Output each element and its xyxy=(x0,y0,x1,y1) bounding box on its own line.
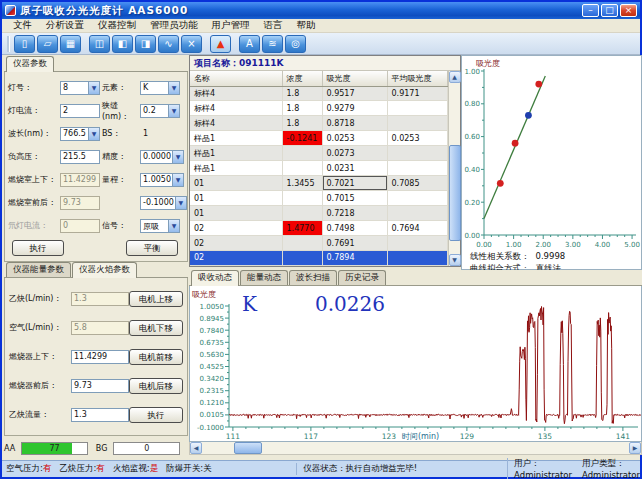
table-row[interactable]: 标样41.80.95170.9171 xyxy=(190,86,447,101)
column-header[interactable]: 平均吸光度 xyxy=(387,71,447,86)
lamp-select-icon[interactable]: ◫ xyxy=(89,35,110,53)
table-row[interactable]: 样品10.0273 xyxy=(190,146,447,161)
scrollbar-thumb[interactable] xyxy=(449,145,461,241)
param-label: 燃烧室前后： xyxy=(8,197,60,208)
new-file-icon[interactable]: ▯ xyxy=(14,35,35,53)
tab-energy-dynamics[interactable]: 能量动态 xyxy=(240,270,288,285)
param-field-1-0[interactable]: 8▼ xyxy=(60,81,100,95)
scroll-left-icon[interactable]: ◀ xyxy=(190,442,202,454)
ignite-flame-icon[interactable]: ▲ xyxy=(210,35,231,53)
cell-name: 02 xyxy=(190,221,282,236)
balance-button[interactable]: 平衡 xyxy=(126,240,178,256)
table-row[interactable]: 样品10.0231 xyxy=(190,161,447,176)
column-header[interactable]: 吸光度 xyxy=(322,71,387,86)
menu-user-management[interactable]: 用户管理 xyxy=(205,19,257,32)
open-file-icon[interactable]: ▱ xyxy=(37,35,58,53)
svg-text:1.00: 1.00 xyxy=(464,68,480,76)
table-row[interactable]: 020.7691 xyxy=(190,236,447,251)
scrollbar-thumb[interactable] xyxy=(234,442,262,454)
close-icon[interactable]: × xyxy=(620,4,637,17)
flame-field-3[interactable]: 9.73 xyxy=(71,379,129,393)
svg-text:0.4525: 0.4525 xyxy=(200,363,225,371)
maximize-icon[interactable]: □ xyxy=(601,4,618,17)
dropdown-arrow-icon[interactable]: ▼ xyxy=(88,82,99,94)
status-flag: 火焰监视:是 xyxy=(113,463,158,475)
motor-up-button[interactable]: 电机上移 xyxy=(129,291,183,307)
menu-admin-functions[interactable]: 管理员功能 xyxy=(143,19,205,32)
flame-field-4[interactable]: 1.3 xyxy=(71,408,129,422)
menu-language[interactable]: 语言 xyxy=(257,19,290,32)
peak-scan-icon[interactable]: ∿ xyxy=(158,35,179,53)
menu-analysis-settings[interactable]: 分析设置 xyxy=(39,19,91,32)
burner-icon[interactable]: ≋ xyxy=(262,35,283,53)
instrument-status-label: 仪器状态： xyxy=(303,463,346,473)
table-row[interactable]: 样品1-0.12410.02530.0253 xyxy=(190,131,447,146)
svg-text:1.00: 1.00 xyxy=(506,241,522,249)
param-field-1-2[interactable]: 766.5▼ xyxy=(60,127,100,141)
tab-flame-params[interactable]: 仪器火焰参数 xyxy=(72,262,137,278)
dropdown-arrow-icon[interactable]: ▼ xyxy=(168,82,179,94)
param-field-2-6[interactable]: 原吸▼ xyxy=(140,219,180,233)
scroll-right-icon[interactable]: ▶ xyxy=(629,442,641,454)
instrument-param-row: 燃烧室上下：11.4299量程：1.0050▼ xyxy=(8,168,184,191)
auto-gain-icon[interactable]: × xyxy=(181,35,202,53)
param-field-2-0[interactable]: K▼ xyxy=(140,81,180,95)
param-field-2-5[interactable]: -0.1000▼ xyxy=(140,196,187,210)
scroll-up-icon[interactable]: ▲ xyxy=(449,71,461,83)
motor-back-button[interactable]: 电机后移 xyxy=(129,378,183,394)
dropdown-arrow-icon[interactable]: ▼ xyxy=(88,128,99,140)
motor-forward-button[interactable]: 电机前移 xyxy=(129,349,183,365)
autosampler-icon[interactable]: A xyxy=(239,35,260,53)
power-icon[interactable]: ◎ xyxy=(285,35,306,53)
param-field-1-3[interactable]: 215.5 xyxy=(60,150,100,164)
menu-instrument-control[interactable]: 仪器控制 xyxy=(91,19,143,32)
minimize-icon[interactable]: – xyxy=(582,4,599,17)
table-row[interactable]: 标样41.80.9279 xyxy=(190,101,447,116)
execute-button[interactable]: 执行 xyxy=(12,240,64,256)
table-row[interactable]: 020.7894 xyxy=(190,250,447,265)
dropdown-arrow-icon[interactable]: ▼ xyxy=(172,174,183,186)
param-field-1-1[interactable]: 2 xyxy=(60,104,100,118)
table-row[interactable]: 011.34550.70210.7085 xyxy=(190,176,447,191)
menu-file[interactable]: 文件 xyxy=(6,19,39,32)
tab-history[interactable]: 历史记录 xyxy=(338,270,386,285)
cell-name: 样品1 xyxy=(190,131,282,146)
cell-avg xyxy=(387,116,447,131)
table-vertical-scrollbar[interactable]: ▲ ▼ xyxy=(448,71,461,266)
live-reading: K0.0226 xyxy=(242,292,385,316)
dropdown-arrow-icon[interactable]: ▼ xyxy=(172,151,183,163)
dropdown-arrow-icon[interactable]: ▼ xyxy=(168,105,179,117)
table-row[interactable]: 010.7015 xyxy=(190,191,447,206)
table-row[interactable]: 标样41.80.8718 xyxy=(190,116,447,131)
table-row[interactable]: 010.7218 xyxy=(190,206,447,221)
column-header[interactable]: 浓度 xyxy=(282,71,322,86)
param-field-2-1[interactable]: 0.2▼ xyxy=(140,104,180,118)
motor-down-button[interactable]: 电机下移 xyxy=(129,320,183,336)
scroll-down-icon[interactable]: ▼ xyxy=(449,254,461,266)
column-header[interactable]: 名称 xyxy=(190,71,282,86)
tab-instrument-params[interactable]: 仪器参数 xyxy=(6,56,54,72)
svg-text:0.1210: 0.1210 xyxy=(200,399,225,407)
save-icon[interactable]: ▦ xyxy=(60,35,81,53)
cell-avg: 0.0253 xyxy=(387,131,447,146)
chart-horizontal-scrollbar[interactable]: ◀ ▶ xyxy=(189,442,642,455)
param-field-2-3[interactable]: 0.0000▼ xyxy=(140,150,184,164)
tab-energy-params[interactable]: 仪器能量参数 xyxy=(6,262,71,277)
tab-absorb-dynamics[interactable]: 吸收动态 xyxy=(191,270,239,286)
execute-flame-button[interactable]: 执行 xyxy=(129,407,183,423)
menu-help[interactable]: 帮助 xyxy=(290,19,323,32)
param-label: 信号： xyxy=(100,220,140,231)
param-label: 元素： xyxy=(100,82,140,93)
project-name-value: 091111K xyxy=(239,58,284,68)
cell-name: 样品1 xyxy=(190,161,282,176)
lamp-energy-icon[interactable]: ◧ xyxy=(112,35,133,53)
cell-name: 标样4 xyxy=(190,86,282,101)
wavelength-icon[interactable]: ◨ xyxy=(135,35,156,53)
dropdown-arrow-icon[interactable]: ▼ xyxy=(175,197,186,209)
param-field-2-4[interactable]: 1.0050▼ xyxy=(140,173,184,187)
status-flag-value: 有 xyxy=(43,463,52,473)
table-row[interactable]: 021.47700.74980.7694 xyxy=(190,221,447,236)
flame-field-2[interactable]: 11.4299 xyxy=(71,350,129,364)
tab-wavelength-scan[interactable]: 波长扫描 xyxy=(289,270,337,285)
dropdown-arrow-icon[interactable]: ▼ xyxy=(168,220,179,232)
